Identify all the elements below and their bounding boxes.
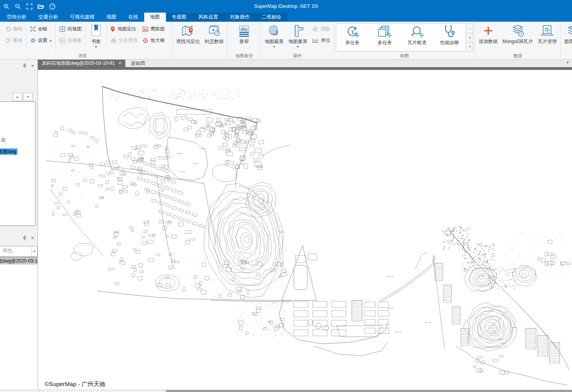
status-scale-area [166, 390, 572, 392]
find-and-locate-button[interactable]: 查找与定位 [174, 23, 202, 53]
zoom-in-icon[interactable] [3, 3, 10, 10]
tab-spatial-analysis[interactable]: 空间分析 [1, 13, 32, 22]
close-tab-icon[interactable]: × [119, 60, 121, 67]
full-extent-icon[interactable] [26, 3, 33, 10]
temporal-data-button[interactable]: 时态数据 [203, 23, 226, 53]
settings-button[interactable]: 设置 [28, 36, 54, 45]
ribbon-group-data: 添加数据 MongoDB瓦片 瓦片管理 数据 [475, 22, 561, 60]
group-label-operations: 操作 [263, 53, 332, 60]
tree-item-fragment[interactable]: 点 [1, 137, 6, 143]
tab-visual-modeling[interactable]: 可视化建模 [64, 13, 101, 22]
result-item-selected[interactable]: 图dwg@2020-03-10 [0, 257, 38, 264]
next-view-button[interactable]: 后视图 [57, 36, 84, 45]
help-icon[interactable]: ? [49, 3, 56, 10]
move-down-button[interactable]: ▼ [23, 93, 33, 101]
map-clip-dropdown-caret [273, 46, 275, 48]
ribbon-group-layer: 图层属性 [561, 22, 572, 60]
multi-task-button[interactable]: 多任务 [369, 24, 401, 51]
search-dropdown-button[interactable]: ▼ [31, 246, 37, 256]
tab-map-active[interactable]: 地图 [144, 13, 166, 22]
next-view-icon [59, 38, 66, 43]
ribbon-group-map-swipe: 卷帘 地图卷帘 [228, 22, 261, 60]
left-sidebar: × ▲ ▼ 点 形图dwg × 查找... ▼ [0, 60, 38, 390]
previous-view-button[interactable]: 前视图 [57, 24, 84, 34]
tab-object-operations[interactable]: 对象操作 [224, 13, 256, 22]
tab-traffic-analysis[interactable]: 交通分析 [32, 13, 64, 22]
zoom-out-icon[interactable] [14, 3, 21, 10]
stethoscope-icon [442, 25, 457, 39]
map-measure-button[interactable]: 地图量算 [286, 23, 309, 53]
redo-icon [5, 38, 11, 43]
tab-style-settings[interactable]: 风格设置 [192, 13, 224, 22]
text-find-button[interactable]: 文本查找 [108, 36, 139, 45]
search-result-list[interactable]: 图dwg@2020-03-10 [0, 257, 38, 390]
title-bar: ? SuperMap iDesktop .NET 10i [0, 0, 572, 13]
doc-tab-start-page[interactable]: 起始页 [125, 60, 151, 67]
svg-text:1: 1 [351, 29, 354, 35]
status-segment [40, 390, 91, 392]
topographic-drawing [38, 70, 572, 388]
tab-online[interactable]: 在线 [122, 13, 144, 22]
pin-icon-2[interactable] [23, 236, 27, 240]
add-data-plus-icon [483, 24, 494, 38]
workspace-tree[interactable]: 点 形图dwg [0, 101, 36, 226]
tile-manager-button[interactable]: 瓦片管理 [536, 23, 559, 53]
gallery-scroll-up[interactable]: ▲ [467, 24, 473, 33]
group-label-mapping: 制图 [336, 53, 473, 60]
layer-properties-button[interactable]: 图层属性 [562, 23, 572, 53]
map-measure-dropdown-caret [297, 46, 299, 48]
group-label-data: 数据 [477, 53, 559, 60]
status-segment [0, 390, 40, 392]
mongodb-tiles-button[interactable]: MongoDB瓦片 [500, 23, 535, 53]
eraser-icon [312, 26, 318, 32]
tab-list-dropdown-icon[interactable]: ▼ [566, 61, 569, 64]
tile-check-button[interactable]: 瓦片检查 [401, 24, 433, 51]
quick-access-toolbar: ? [0, 3, 56, 10]
tab-thematic-map[interactable]: 专题图 [166, 13, 193, 22]
svg-text:?: ? [51, 4, 53, 9]
tile-manager-icon [540, 24, 554, 38]
unit-button[interactable]: CM 单位 [310, 36, 332, 45]
map-clip-button[interactable]: 地图裁剪 [263, 23, 286, 53]
map-canvas[interactable]: ©SuperMap - 广州天驰 [38, 70, 572, 390]
map-locate-button[interactable]: 地图定位 [108, 24, 139, 34]
magnifier-target-icon [142, 38, 149, 44]
open-file-icon[interactable] [37, 3, 44, 10]
bookmark-button[interactable]: 书签 [87, 23, 105, 53]
tab-view[interactable]: 视图 [101, 13, 122, 22]
contextual-tab-band: 专题图 风格设置 对象操作 二维标绘 [166, 13, 288, 22]
redo-button[interactable]: 重做 [3, 36, 24, 45]
tree-item-selected[interactable]: 形图dwg [0, 148, 17, 155]
move-up-button[interactable]: ▲ [13, 93, 22, 101]
single-task-button[interactable]: 1 单任务 [336, 24, 369, 51]
eagle-eye-icon [142, 26, 149, 32]
ribbon-group-operations: 地图裁剪 地图量算 清除 CM [261, 22, 334, 60]
map-clip-icon [267, 24, 281, 38]
document-tab-strip [38, 67, 572, 70]
swipe-button[interactable]: 卷帘 [229, 23, 259, 53]
add-data-button[interactable]: 添加数据 [477, 23, 500, 53]
clear-button[interactable]: 清除 [310, 24, 332, 34]
close-panel-icon[interactable]: × [31, 64, 34, 68]
tab-2d-plotting[interactable]: 二维标绘 [256, 13, 287, 22]
group-label-swipe: 地图卷帘 [229, 53, 259, 60]
map-copyright: ©SuperMap - 广州天驰 [45, 381, 105, 388]
magnifier-button[interactable]: 放大镜 [140, 36, 167, 45]
close-panel-icon-2[interactable]: × [31, 236, 34, 240]
undo-button[interactable]: 撤销 [3, 24, 24, 34]
binoculars-icon [110, 38, 117, 43]
full-extent-button[interactable]: 全幅 [28, 24, 54, 34]
app-window: ? SuperMap iDesktop .NET 10i 空间分析 交通分析 可… [0, 0, 572, 392]
settings-dropdown-caret [49, 40, 52, 42]
eagle-eye-button[interactable]: 鹰眼图 [140, 24, 167, 34]
performance-diagnosis-button[interactable]: 性能诊断 [433, 24, 466, 51]
swipe-icon [238, 24, 250, 38]
gallery-scroll-down[interactable]: ▼ [467, 33, 473, 43]
gallery-more-button[interactable]: ▼ [467, 42, 473, 51]
temporal-data-icon [207, 24, 221, 38]
search-box[interactable]: 查找... ▼ [0, 246, 38, 257]
single-task-icon: 1 [345, 25, 359, 39]
pin-icon[interactable] [23, 64, 27, 68]
mapping-gallery: 1 单任务 多任务 瓦片检查 [336, 23, 466, 52]
search-input[interactable]: 查找... [0, 246, 31, 256]
